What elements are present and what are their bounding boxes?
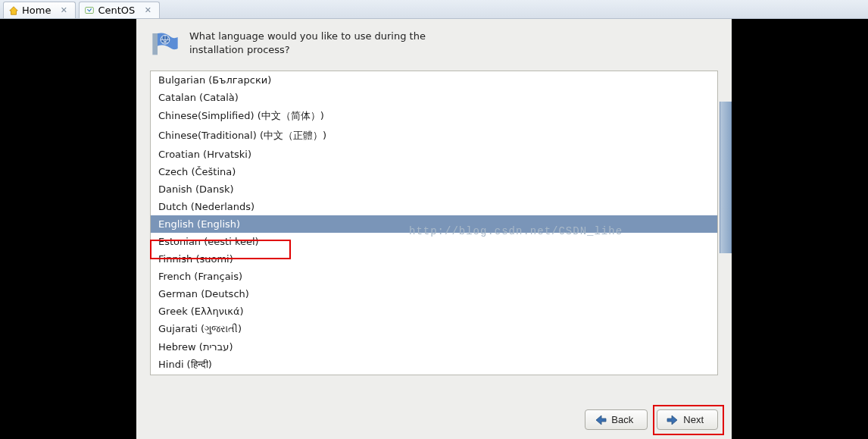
close-icon[interactable]: ✕: [142, 5, 153, 16]
list-item[interactable]: Estonian (eesti keel): [151, 233, 717, 250]
header: What language would you like to use duri…: [136, 19, 732, 66]
back-button[interactable]: Back: [585, 409, 648, 430]
black-left: [0, 19, 136, 439]
list-item[interactable]: Gujarati (ગુજરાતી): [151, 320, 717, 338]
tab-centos[interactable]: CentOS ✕: [79, 2, 160, 18]
svg-rect-0: [86, 7, 94, 13]
list-item[interactable]: Hindi (हिन्दी): [151, 356, 717, 374]
arrow-right-icon: [667, 415, 679, 425]
next-button[interactable]: Next: [657, 409, 718, 430]
button-label: Next: [683, 414, 704, 425]
button-label: Back: [611, 414, 633, 425]
tab-label: Home: [22, 5, 51, 16]
installer-window: What language would you like to use duri…: [136, 19, 732, 439]
language-prompt: What language would you like to use duri…: [189, 30, 447, 60]
language-list[interactable]: Bulgarian (Български)Catalan (Català)Chi…: [151, 71, 717, 375]
work-area: What language would you like to use duri…: [0, 19, 868, 439]
tab-label: CentOS: [98, 5, 135, 16]
black-right: [732, 19, 868, 439]
close-icon[interactable]: ✕: [58, 5, 69, 16]
tab-home[interactable]: Home ✕: [3, 2, 76, 18]
vm-icon: [84, 5, 95, 16]
list-item[interactable]: Chinese(Simplified) (中文（简体）): [151, 106, 717, 126]
list-item[interactable]: Bulgarian (Български): [151, 71, 717, 89]
list-item[interactable]: Croatian (Hrvatski): [151, 146, 717, 163]
list-item[interactable]: German (Deutsch): [151, 285, 717, 303]
list-item[interactable]: Danish (Dansk): [151, 180, 717, 198]
globe-flag-icon: [150, 30, 180, 60]
arrow-left-icon: [595, 415, 607, 425]
list-item[interactable]: Czech (Čeština): [151, 163, 717, 180]
list-item[interactable]: Dutch (Nederlands): [151, 198, 717, 215]
home-icon: [8, 5, 19, 16]
list-item[interactable]: Chinese(Traditional) (中文（正體）): [151, 126, 717, 146]
button-row: Back Next: [585, 409, 718, 430]
svg-rect-1: [152, 33, 158, 55]
list-item[interactable]: English (English): [151, 215, 717, 233]
list-item[interactable]: French (Français): [151, 268, 717, 285]
outer-scrollbar[interactable]: [720, 102, 732, 253]
tab-bar: Home ✕ CentOS ✕: [0, 0, 868, 19]
list-item[interactable]: Finnish (suomi): [151, 250, 717, 268]
list-item[interactable]: Hebrew (עברית): [151, 338, 717, 356]
list-item[interactable]: Catalan (Català): [151, 89, 717, 106]
list-item[interactable]: Greek (Ελληνικά): [151, 303, 717, 320]
language-list-wrap: Bulgarian (Български)Catalan (Català)Chi…: [150, 71, 718, 375]
